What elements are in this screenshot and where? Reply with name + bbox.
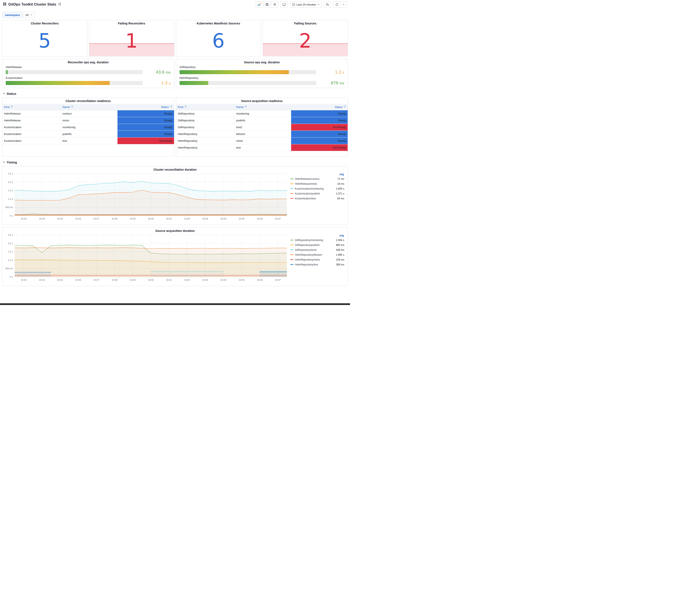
legend-avg-header[interactable]: avg bbox=[290, 173, 344, 176]
section-row-status[interactable]: Status bbox=[0, 90, 350, 98]
variable-value-dropdown[interactable]: All bbox=[23, 12, 35, 18]
section-row-timing[interactable]: Timing bbox=[0, 159, 350, 166]
stat-value: 6 bbox=[212, 31, 225, 51]
svg-text:500 ms: 500 ms bbox=[5, 206, 13, 209]
dashboard-settings-button[interactable] bbox=[271, 1, 278, 7]
panel-title[interactable]: Cluster reconciliation duration bbox=[2, 166, 348, 172]
legend-item[interactable]: Kustomization/podinfo1.071 s bbox=[290, 191, 344, 196]
legend-item[interactable]: GitRepository/monitoring1.594 s bbox=[290, 238, 344, 242]
legend-item[interactable]: GitRepository/test2338 ms bbox=[290, 247, 344, 252]
table-row: HelmReleaseminioReady bbox=[2, 117, 174, 124]
legend-item[interactable]: HelmRepository/bitnami1.695 s bbox=[290, 252, 344, 257]
stat-value: 1 bbox=[125, 31, 138, 51]
svg-text:16:06: 16:06 bbox=[257, 218, 263, 220]
legend-item[interactable]: Kustomization/monitoring1.605 s bbox=[290, 186, 344, 191]
chevron-down-icon bbox=[317, 3, 320, 6]
series-name: HelmRepository/bitnami bbox=[295, 253, 335, 256]
stat-panel-k8s-manifests-sources: Kubernetes Manifests Sources 6 bbox=[176, 20, 261, 57]
series-avg-value: 289 ms bbox=[336, 263, 344, 266]
panel-title[interactable]: Cluster reconciliation readiness bbox=[2, 98, 174, 103]
gauge-row: HelmRepository 879 ms bbox=[180, 77, 344, 85]
filter-icon[interactable] bbox=[71, 106, 73, 109]
svg-text:0 s: 0 s bbox=[10, 214, 13, 217]
panel-title[interactable]: Failing Sources bbox=[263, 20, 348, 26]
svg-text:16:00: 16:00 bbox=[148, 218, 154, 220]
series-color-swatch bbox=[290, 193, 293, 194]
svg-text:16:02: 16:02 bbox=[184, 218, 190, 220]
time-range-picker[interactable]: Last 15 minutes bbox=[290, 1, 322, 7]
column-header-kind[interactable]: Kind bbox=[176, 104, 234, 110]
svg-text:16:00: 16:00 bbox=[148, 279, 154, 281]
gauge-value: 879 ms bbox=[319, 80, 344, 85]
panel-title[interactable]: Cluster Reconcilers bbox=[2, 20, 87, 26]
legend-item[interactable]: HelmRelease/contour71 ms bbox=[290, 176, 344, 181]
chevron-down-icon bbox=[342, 3, 345, 6]
svg-text:15:58: 15:58 bbox=[112, 279, 117, 281]
dashboard-grid-icon[interactable] bbox=[3, 2, 6, 6]
legend-item[interactable]: Kustomization/test84 ms bbox=[290, 196, 344, 201]
column-header-status[interactable]: Status bbox=[117, 104, 174, 110]
panel-title[interactable]: Failing Reconcilers bbox=[89, 20, 174, 26]
cycle-view-button[interactable] bbox=[281, 1, 288, 7]
filter-icon[interactable] bbox=[184, 106, 187, 109]
filter-icon[interactable] bbox=[170, 106, 172, 109]
gauge-bar bbox=[6, 70, 8, 74]
status-badge: Ready bbox=[117, 110, 174, 117]
status-badge: Ready bbox=[291, 110, 348, 117]
panel-title[interactable]: Source ops avg. duration bbox=[176, 59, 348, 65]
column-header-kind[interactable]: Kind bbox=[2, 104, 61, 110]
time-range-label: Last 15 minutes bbox=[296, 3, 316, 6]
section-title: Timing bbox=[6, 160, 17, 164]
status-badge: Not Ready bbox=[291, 124, 348, 131]
legend-item[interactable]: GitRepository/podinfo980 ms bbox=[290, 242, 344, 247]
filter-icon[interactable] bbox=[344, 106, 346, 109]
svg-text:16:01: 16:01 bbox=[166, 279, 172, 281]
legend-item[interactable]: HelmRepository/minio108 ms bbox=[290, 257, 344, 262]
series-color-swatch bbox=[290, 198, 293, 199]
column-header-status[interactable]: Status bbox=[291, 104, 348, 110]
series-name: GitRepository/podinfo bbox=[295, 244, 335, 246]
refresh-button[interactable] bbox=[333, 1, 340, 7]
panel-title[interactable]: Source acquisition readiness bbox=[176, 98, 348, 103]
legend-avg-header[interactable]: avg bbox=[290, 234, 344, 237]
chevron-down-icon bbox=[2, 160, 5, 164]
legend-item[interactable]: HelmRelease/minio16 ms bbox=[290, 181, 344, 186]
series-color-swatch bbox=[290, 240, 293, 240]
series-avg-value: 1.695 s bbox=[336, 253, 344, 256]
save-dashboard-button[interactable] bbox=[264, 1, 271, 7]
filter-icon[interactable] bbox=[11, 106, 13, 109]
column-header-name[interactable]: Name bbox=[234, 104, 291, 110]
filter-icon[interactable] bbox=[245, 106, 247, 109]
table-row: KustomizationtestNot Ready bbox=[2, 138, 174, 144]
panel-title[interactable]: Kubernetes Manifests Sources bbox=[176, 20, 261, 26]
panel-title[interactable]: Source acquisition duration bbox=[2, 228, 348, 233]
table-row: KustomizationmonitoringReady bbox=[2, 124, 174, 131]
gauges-row: Reconciler ops avg. duration HelmRelease… bbox=[0, 59, 350, 88]
gauge-row: Kustomization 1.3 s bbox=[6, 77, 170, 85]
zoom-out-button[interactable] bbox=[324, 1, 331, 7]
panel-title[interactable]: Reconciler ops avg. duration bbox=[2, 59, 174, 65]
add-panel-icon bbox=[257, 2, 261, 6]
svg-text:15:55: 15:55 bbox=[57, 218, 63, 220]
time-series-plot[interactable]: 0 s500 ms1.0 s1.5 s2.0 s2.5 s15:5315:541… bbox=[3, 172, 289, 221]
svg-text:15:56: 15:56 bbox=[75, 279, 81, 281]
chart-panel-cluster-duration: Cluster reconciliation duration 0 s500 m… bbox=[2, 166, 348, 225]
chevron-down-icon bbox=[30, 13, 33, 17]
series-avg-value: 71 ms bbox=[337, 177, 344, 180]
share-icon[interactable] bbox=[58, 2, 61, 6]
column-header-name[interactable]: Name bbox=[61, 104, 117, 110]
gauge-track bbox=[180, 81, 316, 85]
tv-monitor-icon bbox=[282, 3, 286, 6]
svg-text:15:57: 15:57 bbox=[94, 279, 99, 281]
svg-text:15:53: 15:53 bbox=[21, 218, 27, 220]
svg-text:15:53: 15:53 bbox=[21, 279, 27, 281]
legend-item[interactable]: HelmRepository/test289 ms bbox=[290, 262, 344, 267]
time-series-plot[interactable]: 0 s500 ms1.0 s1.5 s2.0 s2.5 s15:5315:541… bbox=[3, 233, 289, 282]
series-name: Kustomization/test bbox=[295, 197, 336, 200]
chevron-down-icon bbox=[2, 92, 5, 95]
svg-text:16:05: 16:05 bbox=[239, 279, 245, 281]
refresh-interval-dropdown[interactable] bbox=[340, 1, 347, 7]
svg-text:1.5 s: 1.5 s bbox=[8, 189, 13, 192]
add-panel-button[interactable] bbox=[256, 1, 263, 7]
table-row: GitRepositorypodinfoReady bbox=[176, 117, 348, 124]
